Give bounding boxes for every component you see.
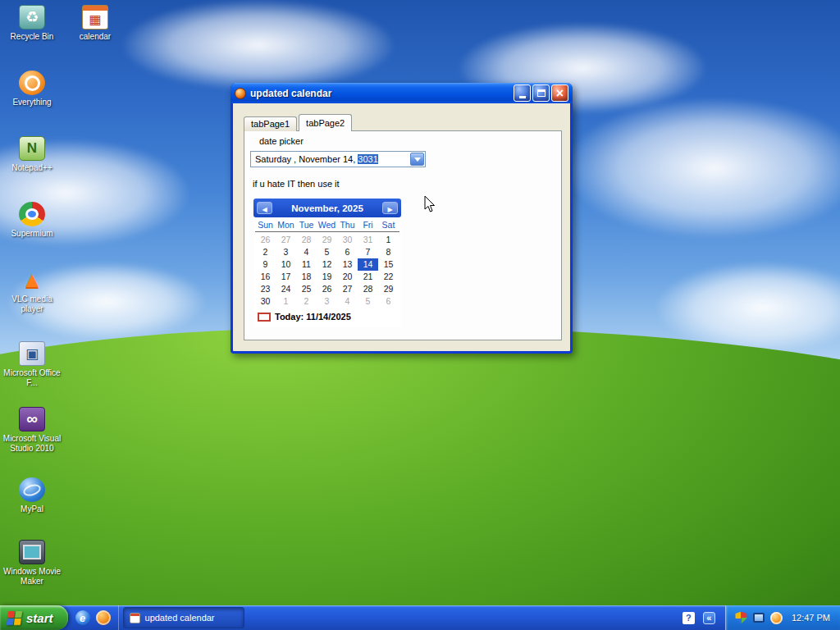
calendar-day[interactable]: 27 — [337, 283, 358, 295]
calendar-next-button[interactable] — [382, 202, 398, 214]
mouse-cursor — [424, 195, 436, 215]
calendar-day[interactable]: 9 — [255, 258, 276, 271]
desktop-icon-everything[interactable]: Everything — [2, 71, 62, 107]
maximize-icon — [537, 89, 546, 97]
calendar-day[interactable]: 1 — [378, 234, 399, 246]
calendar-day[interactable]: 5 — [358, 295, 378, 308]
desktop-icon-notepad-plus[interactable]: Notepad++ — [2, 136, 62, 173]
calendar-day[interactable]: 4 — [296, 246, 317, 258]
search-icon[interactable] — [770, 612, 783, 624]
calendar-day[interactable]: 13 — [337, 258, 358, 271]
desktop-icon-mypal[interactable]: MyPal — [2, 477, 62, 514]
start-button[interactable]: start — [0, 605, 68, 630]
calendar-day[interactable]: 11 — [296, 258, 317, 271]
calendar-day[interactable]: 28 — [358, 283, 378, 295]
minimize-icon — [519, 96, 526, 98]
desktop-icon-label: Microsoft Office F... — [2, 368, 62, 388]
calendar-day[interactable]: 7 — [358, 246, 378, 258]
everything-icon — [19, 71, 45, 95]
calendar-day[interactable]: 3 — [276, 246, 296, 258]
calendar-day[interactable]: 18 — [296, 271, 317, 283]
window-client-area: tabPage1 tabPage2 date picker Saturday ,… — [233, 103, 570, 351]
calendar-day[interactable]: 17 — [276, 271, 296, 283]
supermium-icon — [19, 202, 45, 226]
calendar-day[interactable]: 1 — [276, 295, 296, 308]
calendar-day-selected[interactable]: 14 — [358, 258, 378, 271]
calendar-day[interactable]: 15 — [378, 258, 399, 271]
calendar-day[interactable]: 19 — [317, 271, 337, 283]
calendar-day[interactable]: 26 — [255, 234, 276, 246]
calendar-day[interactable]: 21 — [358, 271, 378, 283]
calendar-day[interactable]: 22 — [378, 271, 399, 283]
dow-thu: Thu — [337, 220, 358, 230]
desktop-icon-label: Notepad++ — [2, 163, 62, 173]
desktop-icon-label: Recycle Bin — [2, 32, 62, 42]
tab-tabpage1[interactable]: tabPage1 — [244, 116, 297, 131]
desktop-icon-ms-office[interactable]: Microsoft Office F... — [2, 341, 62, 388]
desktop-icon-calendar-shortcut[interactable]: calendar — [65, 5, 126, 42]
taskbar: start updated calendar 12:47 PM — [0, 605, 840, 630]
internet-explorer-icon[interactable] — [75, 610, 90, 625]
calendar-day[interactable]: 5 — [317, 246, 337, 258]
calendar-day[interactable]: 3 — [317, 295, 337, 308]
desktop-icon-label: VLC media player — [2, 294, 62, 314]
desktop-icon-supermium[interactable]: Supermium — [2, 202, 62, 239]
calendar-day[interactable]: 29 — [378, 283, 399, 295]
desktop-icon-vlc[interactable]: VLC media player — [2, 267, 62, 314]
calendar-day[interactable]: 26 — [317, 283, 337, 295]
calendar-day[interactable]: 28 — [296, 234, 317, 246]
calendar-day[interactable]: 30 — [255, 295, 276, 308]
windows-flag-icon — [7, 611, 22, 625]
calendar-day[interactable]: 29 — [317, 234, 337, 246]
calendar-prev-button[interactable] — [257, 202, 272, 214]
calendar-shortcut-icon — [82, 5, 108, 30]
calendar-day[interactable]: 4 — [337, 295, 358, 308]
calendar-day[interactable]: 2 — [296, 295, 317, 308]
dow-wed: Wed — [317, 220, 337, 230]
calendar-month-label[interactable]: November, 2025 — [291, 203, 363, 213]
calendar-day[interactable]: 16 — [255, 271, 276, 283]
date-picker-label: date picker — [259, 136, 304, 146]
calendar-day[interactable]: 6 — [378, 295, 399, 308]
calendar-day[interactable]: 31 — [358, 234, 378, 246]
window-titlebar[interactable]: updated calendar — [231, 83, 573, 103]
browser-icon[interactable] — [96, 610, 111, 625]
hint-label: if u hate IT then use it — [253, 179, 340, 189]
calendar-day[interactable]: 10 — [276, 258, 296, 271]
calendar-day[interactable]: 23 — [255, 283, 276, 295]
desktop-icon-recycle-bin[interactable]: Recycle Bin — [2, 5, 62, 42]
taskbar-tools — [673, 605, 725, 630]
calendar-day[interactable]: 8 — [378, 246, 399, 258]
calendar-day[interactable]: 20 — [337, 271, 358, 283]
taskbar-task-button[interactable]: updated calendar — [123, 607, 244, 628]
calendar-app-icon — [130, 613, 140, 623]
security-shield-icon[interactable] — [735, 612, 747, 624]
calendar-day[interactable]: 27 — [276, 234, 296, 246]
desktop-icon-label: calendar — [65, 32, 126, 42]
system-tray: 12:47 PM — [725, 605, 840, 630]
help-icon[interactable] — [682, 612, 695, 624]
date-picker-selected-text: 3031 — [358, 154, 377, 164]
ms-office-icon — [19, 341, 45, 366]
calendar-day[interactable]: 24 — [276, 283, 296, 295]
calendar-today-row[interactable]: Today: 11/14/2025 — [253, 308, 401, 327]
hide-icons-icon[interactable] — [703, 612, 715, 624]
calendar-day[interactable]: 25 — [296, 283, 317, 295]
network-icon[interactable] — [753, 613, 765, 623]
today-outline-icon — [258, 313, 271, 322]
maximize-button[interactable] — [532, 84, 550, 102]
calendar-day[interactable]: 2 — [255, 246, 276, 258]
minimize-button[interactable] — [514, 84, 531, 102]
tab-tabpage2[interactable]: tabPage2 — [299, 114, 352, 131]
combo-dropdown-button[interactable] — [410, 153, 424, 166]
calendar-day[interactable]: 6 — [337, 246, 358, 258]
close-button[interactable] — [551, 84, 568, 102]
calendar-day[interactable]: 30 — [337, 234, 358, 246]
calendar-day[interactable]: 12 — [317, 258, 337, 271]
notepad-plus-icon — [19, 136, 45, 161]
mypal-icon — [19, 477, 45, 502]
desktop-icon-movie-maker[interactable]: Windows Movie Maker — [2, 540, 62, 587]
desktop-icon-visual-studio[interactable]: Microsoft Visual Studio 2010 — [2, 407, 62, 454]
app-icon — [235, 88, 246, 99]
date-picker-combo[interactable]: Saturday , November 14, 3031 — [250, 151, 426, 167]
